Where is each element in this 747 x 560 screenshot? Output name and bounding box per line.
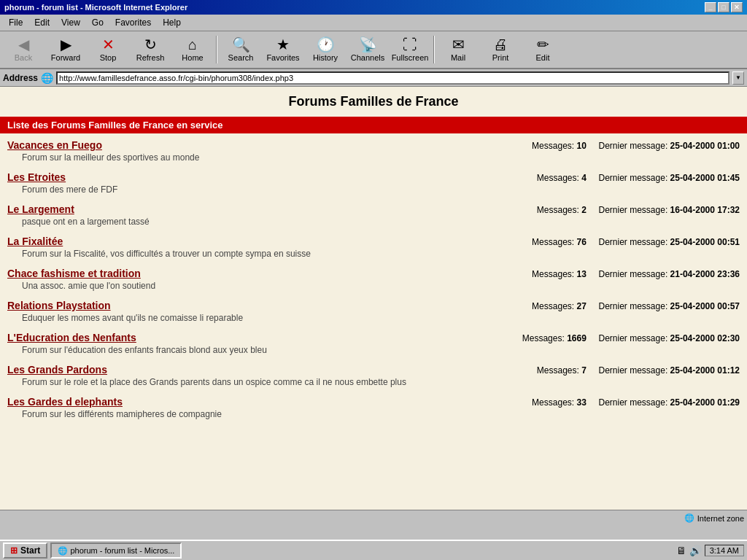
search-button[interactable]: 🔍 Search: [220, 33, 261, 66]
forum-link-2[interactable]: Le Largement: [7, 203, 74, 215]
last-message-date-1: 25-04-2000 01:45: [670, 173, 740, 183]
menu-file[interactable]: File: [3, 16, 28, 29]
print-label: Print: [492, 53, 509, 62]
refresh-button[interactable]: ↻ Refresh: [130, 33, 171, 66]
menu-help[interactable]: Help: [157, 16, 187, 29]
forward-button[interactable]: ▶ Forward: [45, 33, 86, 66]
favorites-button[interactable]: ★ Favorites: [263, 33, 303, 66]
stop-label: Stop: [100, 53, 117, 62]
content-area[interactable]: Forums Familles de France Liste des Foru…: [0, 87, 747, 510]
menu-favorites[interactable]: Favorites: [109, 16, 157, 29]
forum-item: Le Largement Messages: 2 Dernier message…: [7, 198, 740, 230]
messages-count-6: 1669: [567, 333, 587, 343]
history-icon: 🕐: [317, 37, 335, 52]
forum-link-8[interactable]: Les Gardes d elephants: [7, 396, 123, 408]
last-message-label-6: Dernier message:: [599, 333, 668, 343]
forum-link-3[interactable]: La Fixalitée: [7, 236, 63, 247]
forum-row: Chace fashisme et tradition Messages: 13…: [7, 268, 740, 279]
forum-item: Relations Playstation Messages: 27 Derni…: [7, 294, 740, 326]
menu-go[interactable]: Go: [86, 16, 109, 29]
messages-count-3: 76: [576, 237, 586, 247]
forum-stats-0: Messages: 10 Dernier message: 25-04-2000…: [532, 141, 740, 151]
address-input[interactable]: [56, 71, 729, 85]
messages-label-1: Messages:: [537, 173, 579, 183]
forum-link-5[interactable]: Relations Playstation: [7, 300, 111, 311]
forum-row: Les Etroites Messages: 4 Dernier message…: [7, 171, 740, 183]
fullscreen-icon: ⛶: [403, 37, 417, 52]
last-message-date-5: 25-04-2000 00:57: [670, 301, 740, 311]
forum-link-4[interactable]: Chace fashisme et tradition: [7, 268, 141, 279]
channels-button[interactable]: 📡 Channels: [347, 33, 388, 66]
menu-bar: File Edit View Go Favorites Help: [0, 15, 747, 31]
edit-button[interactable]: ✏ Edit: [522, 33, 563, 66]
last-message-label-3: Dernier message:: [599, 237, 668, 247]
messages-count-8: 33: [576, 397, 586, 408]
edit-icon: ✏: [537, 37, 549, 52]
forum-stats-7: Messages: 7 Dernier message: 25-04-2000 …: [537, 365, 740, 376]
forum-desc-1: Forum des mere de FDF: [7, 184, 740, 195]
messages-count-5: 27: [576, 301, 586, 311]
home-button[interactable]: ⌂ Home: [172, 33, 213, 66]
refresh-icon: ↻: [144, 37, 157, 52]
forum-link-0[interactable]: Vacances en Fuego: [7, 139, 102, 151]
last-message-label-1: Dernier message:: [599, 173, 668, 183]
maximize-button[interactable]: □: [718, 2, 729, 12]
messages-label-4: Messages:: [532, 269, 574, 279]
forum-item: Vacances en Fuego Messages: 10 Dernier m…: [7, 133, 740, 166]
last-message-label-2: Dernier message:: [599, 205, 668, 215]
forum-desc-0: Forum sur la meilleur des sportives au m…: [7, 152, 740, 163]
channels-label: Channels: [351, 53, 384, 62]
history-button[interactable]: 🕐 History: [305, 33, 346, 66]
messages-label-0: Messages:: [532, 141, 574, 151]
fullscreen-button[interactable]: ⛶ Fullscreen: [390, 33, 430, 66]
last-message-label-4: Dernier message:: [599, 269, 668, 279]
menu-edit[interactable]: Edit: [28, 16, 55, 29]
stop-button[interactable]: ✕ Stop: [88, 33, 128, 66]
forum-desc-5: Eduquer les momes avant qu'ils ne comais…: [7, 313, 740, 323]
status-right: 🌐 Internet zone: [684, 513, 744, 523]
forward-label: Forward: [51, 53, 80, 62]
messages-label-5: Messages:: [532, 301, 574, 311]
last-message-date-2: 16-04-2000 17:32: [670, 205, 740, 215]
last-message-date-0: 25-04-2000 01:00: [670, 141, 740, 151]
forum-row: Les Grands Pardons Messages: 7 Dernier m…: [7, 364, 740, 376]
messages-label-6: Messages:: [522, 333, 565, 343]
last-message-label-7: Dernier message:: [599, 365, 668, 376]
page-title: Forums Familles de France: [0, 87, 747, 117]
address-dropdown[interactable]: ▼: [732, 71, 744, 85]
back-button[interactable]: ◀ Back: [3, 33, 44, 66]
address-label: Address: [3, 73, 38, 83]
forum-list: Vacances en Fuego Messages: 10 Dernier m…: [0, 133, 747, 422]
stop-icon: ✕: [102, 37, 115, 52]
forum-row: Les Gardes d elephants Messages: 33 Dern…: [7, 396, 740, 408]
toolbar: ◀ Back ▶ Forward ✕ Stop ↻ Refresh ⌂ Home…: [0, 31, 747, 69]
forum-link-7[interactable]: Les Grands Pardons: [7, 364, 107, 376]
forum-stats-8: Messages: 33 Dernier message: 25-04-2000…: [532, 397, 740, 408]
messages-label-2: Messages:: [537, 205, 579, 215]
forum-link-1[interactable]: Les Etroites: [7, 171, 66, 183]
forum-stats-1: Messages: 4 Dernier message: 25-04-2000 …: [537, 173, 740, 183]
messages-label-7: Messages:: [537, 365, 579, 376]
forum-desc-6: Forum sur l'éducation des enfants franca…: [7, 345, 740, 355]
messages-label-3: Messages:: [532, 237, 574, 247]
back-label: Back: [15, 53, 32, 62]
minimize-button[interactable]: _: [705, 2, 716, 12]
forum-desc-7: Forum sur le role et la place des Grands…: [7, 377, 740, 387]
internet-zone-icon: 🌐: [684, 513, 694, 523]
forum-link-6[interactable]: L'Educration des Nenfants: [7, 332, 136, 343]
mail-button[interactable]: ✉ Mail: [438, 33, 479, 66]
menu-view[interactable]: View: [55, 16, 86, 29]
print-icon: 🖨: [493, 37, 508, 52]
search-label: Search: [228, 53, 254, 62]
refresh-label: Refresh: [136, 53, 165, 62]
print-button[interactable]: 🖨 Print: [480, 33, 521, 66]
page-icon: 🌐: [41, 72, 53, 84]
internet-zone-text: Internet zone: [697, 514, 744, 523]
last-message-date-7: 25-04-2000 01:12: [670, 365, 740, 376]
forum-stats-6: Messages: 1669 Dernier message: 25-04-20…: [522, 333, 740, 343]
forum-row: La Fixalitée Messages: 76 Dernier messag…: [7, 236, 740, 247]
forum-item: La Fixalitée Messages: 76 Dernier messag…: [7, 230, 740, 262]
forum-item: L'Educration des Nenfants Messages: 1669…: [7, 326, 740, 358]
history-label: History: [313, 53, 338, 62]
close-button[interactable]: ✕: [731, 2, 743, 12]
